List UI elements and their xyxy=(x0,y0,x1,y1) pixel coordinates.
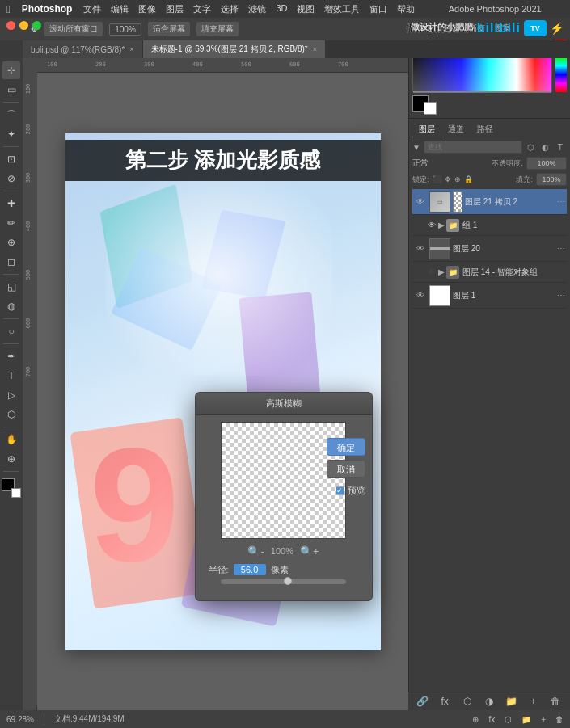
lock-position-icon[interactable]: ✥ xyxy=(445,175,451,183)
layers-search-input[interactable] xyxy=(424,141,522,154)
eyedropper-tool[interactable]: ⊘ xyxy=(2,170,20,187)
ok-button[interactable]: 确定 xyxy=(327,438,365,456)
tab-untitled[interactable]: 未标题-1 @ 69.3%(图层 21 拷贝 2, RGB/8)* × xyxy=(143,40,326,58)
color-switcher[interactable] xyxy=(2,478,21,498)
tab-channels[interactable]: 通道 xyxy=(441,122,471,137)
layer-item-group1[interactable]: 👁 ▶ 📁 组 1 xyxy=(412,215,567,236)
layer-menu-icon-21copy2[interactable]: ⋯ xyxy=(557,197,565,206)
menu-file[interactable]: 文件 xyxy=(83,3,101,15)
filter-text-icon[interactable]: T xyxy=(555,141,566,153)
menu-view[interactable]: 视图 xyxy=(297,3,315,15)
blur-tool[interactable]: ◍ xyxy=(2,297,20,315)
lock-artboard-icon[interactable]: ⊕ xyxy=(454,175,461,183)
canvas-area[interactable]: 第二步 添加光影质感 9 高斯模糊 🔍- 10 xyxy=(23,58,408,710)
status-adjust-icon[interactable]: fx xyxy=(488,715,495,724)
status-new-icon[interactable]: + xyxy=(541,715,546,724)
zoom-out-icon[interactable]: 🔍- xyxy=(247,545,264,558)
radius-slider[interactable] xyxy=(221,579,346,584)
menu-text[interactable]: 文字 xyxy=(193,3,211,15)
delete-layer-btn[interactable]: 🗑 xyxy=(549,695,562,708)
menu-window[interactable]: 窗口 xyxy=(369,3,387,15)
zoom-tool[interactable]: ⊕ xyxy=(2,450,20,468)
preview-checkbox[interactable]: ✓ xyxy=(336,486,344,495)
eraser-tool[interactable]: ◻ xyxy=(2,253,20,271)
status-trash-icon[interactable]: 🗑 xyxy=(555,715,564,724)
scroll-all-windows[interactable]: 滚动所有窗口 xyxy=(44,22,103,36)
layer-eye-smart[interactable]: 👁 xyxy=(425,266,438,279)
layer-eye-group1[interactable]: 👁 xyxy=(425,219,438,232)
clone-tool[interactable]: ⊕ xyxy=(2,234,20,251)
crop-tool[interactable]: ⊡ xyxy=(2,150,20,168)
lock-all-icon[interactable]: 🔒 xyxy=(464,175,473,183)
text-tool[interactable]: T xyxy=(2,367,20,385)
pen-tool[interactable]: ✒ xyxy=(2,347,20,365)
status-zoom[interactable]: 69.28% xyxy=(6,715,34,724)
filter-pixel-icon[interactable]: ⬡ xyxy=(526,141,537,153)
layer-eye-20[interactable]: 👁 xyxy=(414,242,427,255)
radius-slider-thumb[interactable] xyxy=(284,577,292,585)
layer-expand-group1[interactable]: ▶ xyxy=(438,221,445,229)
opacity-input[interactable] xyxy=(526,157,567,170)
layer-thumb-20 xyxy=(429,238,450,259)
menu-filter[interactable]: 滤镜 xyxy=(248,3,266,15)
gradient-tool[interactable]: ◱ xyxy=(2,278,20,296)
add-style-btn[interactable]: fx xyxy=(438,695,451,708)
zoom-in-icon[interactable]: 🔍+ xyxy=(300,545,319,558)
hand-tool[interactable]: ✋ xyxy=(2,431,20,448)
svg-rect-9 xyxy=(23,58,37,705)
fill-screen-btn[interactable]: 填充屏幕 xyxy=(196,22,239,36)
marquee-tool[interactable]: ▭ xyxy=(2,81,20,99)
brush-tool[interactable]: ✏ xyxy=(2,214,20,232)
menu-layer[interactable]: 图层 xyxy=(166,3,184,15)
link-layers-btn[interactable]: 🔗 xyxy=(416,695,429,708)
radius-input[interactable] xyxy=(234,564,266,575)
path-tool[interactable]: ▷ xyxy=(2,386,20,404)
tab-boli-close[interactable]: × xyxy=(129,45,133,53)
lock-pixel-icon[interactable]: ⬛ xyxy=(433,175,441,183)
layer-menu-icon-1[interactable]: ⋯ xyxy=(557,291,565,300)
layer-menu-icon-20[interactable]: ⋯ xyxy=(557,244,565,253)
zoom-value[interactable]: 100% xyxy=(109,23,141,36)
healing-tool[interactable]: ✚ xyxy=(2,195,20,213)
shape-tool[interactable]: ⬡ xyxy=(2,406,20,423)
cancel-button[interactable]: 取消 xyxy=(327,460,365,478)
layer-eye-21copy2[interactable]: 👁 xyxy=(414,196,427,208)
menu-3d[interactable]: 3D xyxy=(276,3,287,15)
menu-image[interactable]: 图像 xyxy=(138,3,156,15)
dodge-tool[interactable]: ○ xyxy=(2,322,20,340)
minimize-button[interactable] xyxy=(19,21,28,30)
maximize-button[interactable] xyxy=(32,21,41,30)
close-button[interactable] xyxy=(6,21,15,30)
fit-screen-btn[interactable]: 适合屏幕 xyxy=(148,22,190,36)
filter-adjust-icon[interactable]: ◐ xyxy=(540,141,551,153)
tab-layers[interactable]: 图层 xyxy=(412,122,441,137)
status-mask-icon[interactable]: ⬡ xyxy=(505,715,512,724)
layer-item-21-copy2[interactable]: 👁 ▭ 图层 21 拷贝 2 ⋯ xyxy=(412,189,567,215)
new-group-btn[interactable]: 📁 xyxy=(505,695,517,708)
wand-tool[interactable]: ✦ xyxy=(2,125,20,143)
menu-help[interactable]: 帮助 xyxy=(397,3,415,15)
background-color-box[interactable] xyxy=(424,102,437,115)
layers-mode-row: 正常 不透明度: xyxy=(412,157,567,170)
layer-expand-smart[interactable]: ▶ xyxy=(438,267,445,276)
add-mask-btn[interactable]: ⬡ xyxy=(461,695,474,708)
tab-paths[interactable]: 路径 xyxy=(471,122,500,137)
tab-untitled-close[interactable]: × xyxy=(313,45,317,53)
layer-item-20[interactable]: 👁 图层 20 ⋯ xyxy=(412,236,567,262)
status-nav-icon[interactable]: ⊕ xyxy=(472,715,479,724)
tab-boli[interactable]: boli.psd @ 117%(RGB/8)* × xyxy=(23,40,143,58)
menu-edit[interactable]: 编辑 xyxy=(111,3,129,15)
status-folder-icon[interactable]: 📁 xyxy=(521,715,531,724)
layer-eye-1[interactable]: 👁 xyxy=(414,289,427,302)
background-color[interactable] xyxy=(11,488,21,498)
fill-input[interactable] xyxy=(536,173,567,186)
tab-untitled-label: 未标题-1 @ 69.3%(图层 21 拷贝 2, RGB/8)* xyxy=(151,44,308,55)
lasso-tool[interactable]: ⌒ xyxy=(2,106,20,124)
new-fill-btn[interactable]: ◑ xyxy=(483,695,496,708)
layer-item-1[interactable]: 👁 图层 1 ⋯ xyxy=(412,283,567,309)
layer-item-group-smart[interactable]: 👁 ▶ 📁 图层 14 - 智能对象组 xyxy=(412,262,567,283)
move-tool[interactable]: ⊹ xyxy=(2,61,20,79)
menu-select[interactable]: 选择 xyxy=(221,3,239,15)
menu-plugins[interactable]: 增效工具 xyxy=(324,3,360,15)
new-layer-btn[interactable]: + xyxy=(527,695,540,708)
